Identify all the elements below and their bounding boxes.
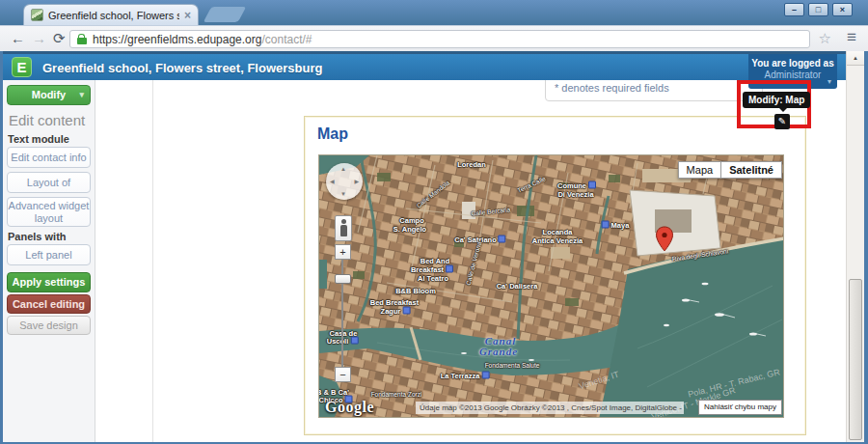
window-border-right <box>864 51 868 444</box>
url-origin: https://greenfieldms.edupage.org <box>93 33 261 46</box>
map-label: Breakfast <box>411 265 455 274</box>
cancel-editing-button[interactable]: Cancel editing <box>7 294 91 314</box>
page-scrollbar[interactable]: ▲ <box>846 51 864 442</box>
map-label: Locanda <box>543 228 573 236</box>
url-text: https://greenfieldms.edupage.org/contact… <box>93 33 312 46</box>
vertical-divider <box>152 79 153 442</box>
map-label: Antica Venezia <box>532 236 583 245</box>
attribution-text: Údaje máp ©2013 Google Obrázky ©2013 , C… <box>420 403 684 412</box>
bank-icon <box>588 181 596 189</box>
edit-sidebar: Modify ▾ Edit content Text module Edit c… <box>3 79 95 442</box>
map-label: Zagur <box>381 307 413 316</box>
browser-window: Greenfield school, Flowers st × – □ × ← … <box>0 0 868 444</box>
map-pan-control[interactable]: ▲ ▼ ◀ ▶ <box>326 163 363 200</box>
sidebar-section-title: Edit content <box>9 112 91 128</box>
scrollbar-thumb[interactable] <box>849 279 862 440</box>
lodging-icon <box>350 337 358 345</box>
window-border-left <box>0 51 3 444</box>
browser-toolbar: ← → ⟳ https://greenfieldms.edupage.org/c… <box>0 25 868 51</box>
map-label: Uscoli <box>327 337 361 346</box>
new-tab-button[interactable] <box>203 7 247 22</box>
forward-icon[interactable]: → <box>32 30 46 46</box>
advanced-widget-layout-button[interactable]: Advanced widget layout <box>7 197 91 227</box>
minimize-button[interactable]: – <box>784 3 804 16</box>
map-type-map-button[interactable]: Mapa <box>678 161 722 179</box>
pan-left-icon[interactable]: ◀ <box>330 178 335 184</box>
tab-close-icon[interactable]: × <box>184 10 191 21</box>
tab-favicon-icon <box>31 9 43 21</box>
save-design-button[interactable]: Save design <box>7 316 91 335</box>
chevron-down-icon: ▾ <box>79 86 84 104</box>
edit-map-pencil-button[interactable]: ✎ <box>774 114 790 129</box>
map-widget-panel: Map <box>304 116 806 435</box>
map-label: Maya <box>600 221 630 230</box>
modify-map-tooltip: Modify: Map <box>743 92 810 108</box>
close-button[interactable]: × <box>832 3 853 16</box>
page-viewport: E Greenfield school, Flowers street, Flo… <box>3 51 846 442</box>
bookmark-star-icon[interactable]: ☆ <box>819 30 831 47</box>
map-label: Bed And <box>420 257 450 265</box>
url-path: /contact/# <box>261 33 312 46</box>
address-bar[interactable]: https://greenfieldms.edupage.org/contact… <box>69 30 810 48</box>
required-fields-note: * denotes required fields <box>555 82 669 94</box>
page-content: Modify ▾ Edit content Text module Edit c… <box>3 79 846 442</box>
zoom-out-button[interactable]: − <box>335 367 351 382</box>
browser-titlebar: Greenfield school, Flowers st × – □ × <box>0 0 868 25</box>
apply-settings-button[interactable]: Apply settings <box>7 272 91 292</box>
map-label: Grande <box>479 346 518 357</box>
map-label: B&B Bloom <box>395 287 436 295</box>
pan-up-icon[interactable]: ▲ <box>340 166 346 172</box>
map-label: Fondamenta Zorzi <box>371 391 422 398</box>
pan-right-icon[interactable]: ▶ <box>354 178 359 184</box>
lodging-icon <box>402 307 410 315</box>
window-controls: – □ × <box>784 3 853 16</box>
browser-tab[interactable]: Greenfield school, Flowers st × <box>23 4 199 25</box>
edit-contact-info-button[interactable]: Edit contact info <box>7 147 91 168</box>
map-panel-title: Map <box>317 125 348 143</box>
edupage-logo: E <box>12 57 32 77</box>
report-map-error-button[interactable]: Nahlásiť chybu mapy <box>698 400 782 415</box>
lodging-icon <box>602 221 610 229</box>
modify-dropdown-button[interactable]: Modify ▾ <box>7 85 91 105</box>
site-header: E Greenfield school, Flowers street, Flo… <box>3 54 846 80</box>
lodging-icon <box>499 236 506 243</box>
map-type-switcher: Mapa Satelitné <box>678 161 782 179</box>
page-top-line <box>3 51 846 54</box>
map-label: Bed Breakfast <box>370 298 419 307</box>
menu-icon[interactable]: ≡ <box>847 28 856 47</box>
chevron-down-icon: ▾ <box>827 77 831 86</box>
modify-label: Modify <box>32 89 66 100</box>
google-logo: Google <box>325 399 374 416</box>
map-type-satellite-button[interactable]: Satelitné <box>721 161 782 179</box>
scroll-up-arrow[interactable]: ▲ <box>847 51 864 66</box>
back-icon[interactable]: ← <box>11 30 25 46</box>
padlock-icon <box>77 38 87 44</box>
map-label: Comune <box>557 181 598 190</box>
map-label: Ca' Dalisera <box>497 282 538 291</box>
map-label: Di Venezia <box>557 190 593 199</box>
school-title: Greenfield school, Flowers street, Flowe… <box>42 61 322 75</box>
map-label: Fondamenta Salute <box>485 362 540 369</box>
tab-title: Greenfield school, Flowers st <box>48 10 179 21</box>
zoom-in-button[interactable]: + <box>335 244 351 260</box>
map-label: S. Angelo <box>393 225 426 234</box>
pencil-icon: ✎ <box>778 116 786 126</box>
map-label: Al Teatro <box>418 274 448 283</box>
map-label: Campo <box>399 216 423 225</box>
logged-in-role: Administrator <box>748 69 837 80</box>
maximize-button[interactable]: □ <box>808 3 828 16</box>
lodging-icon <box>446 265 453 273</box>
google-map[interactable]: LoredanComuneDi VeneziaCampoS. AngeloCa'… <box>318 154 784 418</box>
logged-in-label: You are logged as <box>748 58 837 69</box>
reload-icon[interactable]: ⟳ <box>53 30 66 47</box>
map-satellite-image[interactable] <box>319 155 784 418</box>
zoom-slider-handle[interactable] <box>335 274 351 284</box>
map-label: La Terrazza <box>441 372 492 380</box>
left-panel-button[interactable]: Left panel <box>7 244 91 265</box>
pan-down-icon[interactable]: ▼ <box>340 191 346 197</box>
map-label: Loredan <box>457 160 486 169</box>
lodging-icon <box>481 372 489 379</box>
street-view-pegman[interactable] <box>335 215 352 241</box>
map-attribution: Údaje máp ©2013 Google Obrázky ©2013 , C… <box>416 402 684 414</box>
layout-of-widgets-button[interactable]: Layout of widgets <box>7 172 91 193</box>
